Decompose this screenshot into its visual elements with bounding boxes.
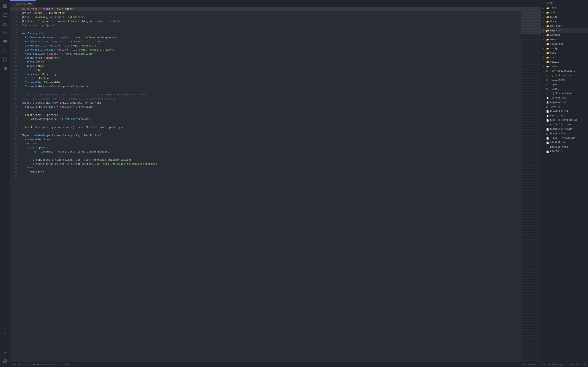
file-encoding-item[interactable]: UTF-8	[539, 364, 545, 366]
code-line[interactable]: 26	[10, 109, 521, 113]
code-line[interactable]: 25 module.exports.Task = require '../src…	[10, 105, 521, 109]
sidebar-file-item[interactable]: ⬡atom.sh	[541, 105, 588, 109]
code-line[interactable]: 21	[10, 89, 521, 93]
code-line[interactable]: 40 """	[10, 166, 521, 170]
code-line[interactable]: 29	[10, 121, 521, 125]
line-ending-item[interactable]: LF	[523, 364, 526, 366]
activity-bar-pull[interactable]	[1, 339, 9, 347]
sidebar-dir-item[interactable]: ▶📁resources	[541, 42, 588, 46]
code-line[interactable]: 42	[10, 174, 521, 178]
sidebar-file-item[interactable]: ⬡.gitignore	[541, 78, 588, 82]
notification-count-item[interactable]: ⚠ 90	[581, 363, 586, 366]
activity-bar-push[interactable]	[1, 330, 9, 338]
cursor-position-item[interactable]: 1:1	[71, 364, 75, 366]
code-line[interactable]: 28 | atom.workspace.buildTextEditor(para…	[10, 117, 521, 121]
sidebar-file-item[interactable]: 📄LICENSE.md	[541, 141, 588, 145]
code-line[interactable]: 22# The following classes can't be used …	[10, 93, 521, 97]
code-line[interactable]: 5Grim = require 'grim'	[10, 24, 521, 27]
activity-bar-download[interactable]	[1, 20, 9, 28]
activity-bar-settings[interactable]	[1, 357, 9, 365]
sidebar-file-item[interactable]: ⬡.python-version	[541, 91, 588, 96]
dir-icon: 📁	[546, 38, 549, 41]
code-line[interactable]: 30 TextEditor.prototype = require('../sr…	[10, 125, 521, 129]
sidebar-dir-item[interactable]: ▼📂exports	[541, 28, 588, 33]
activity-bar-preview[interactable]	[1, 55, 9, 64]
git-branch-item[interactable]: ⎇ master	[567, 363, 579, 366]
sidebar-file-item[interactable]: 📄CODE_OF_CONDUCT.md	[541, 118, 588, 123]
code-line[interactable]: 32Object.defineProperty module.exports, …	[10, 133, 521, 138]
project-count-item[interactable]: Project 0	[12, 364, 24, 366]
activity-bar-split[interactable]	[1, 47, 9, 55]
activity-bar-packages2[interactable]	[1, 348, 9, 356]
code-line[interactable]: 37	[10, 154, 521, 158]
code-line[interactable]: 1textBuffer = require 'text-buffer'	[10, 7, 521, 11]
code-area[interactable]: 1textBuffer = require 'text-buffer'2{Poi…	[10, 7, 521, 362]
activity-bar-explorer[interactable]	[1, 2, 9, 10]
sidebar-dir-item[interactable]: ▶📁static	[541, 60, 588, 64]
code-line[interactable]: 3{File, Directory} = require 'pathwatche…	[10, 15, 521, 19]
sidebar-file-item[interactable]: {}package.json	[541, 145, 588, 150]
sidebar-file-item[interactable]: 📋appveyor.yml	[541, 100, 588, 105]
sidebar-dir-item[interactable]: ▶📁vendor	[541, 64, 588, 69]
sidebar-dir-item[interactable]: ▶📁spec	[541, 51, 588, 55]
sidebar-dir-item[interactable]: ▶📁dot-atom	[541, 24, 588, 28]
code-line[interactable]: 33 enumerable: true	[10, 138, 521, 142]
code-line[interactable]: 4{Emitter, Disposable, CompositeDisposab…	[10, 19, 521, 24]
sidebar-dir-item[interactable]: ▶📁keymaps	[541, 33, 588, 37]
sidebar-file-item[interactable]: 📋circle.yml	[541, 114, 588, 118]
code-line[interactable]: 9 BufferedProcess: require '../src/buffe…	[10, 40, 521, 44]
sidebar-file-item[interactable]: 📄CHANGELOG.md	[541, 109, 588, 114]
code-line[interactable]: 8 BufferedNodeProcess: require '../src/b…	[10, 36, 521, 40]
code-line[interactable]: 24unless process.env.ATOM_SHELL_INTERNAL…	[10, 101, 521, 105]
code-line[interactable]: 27 TextEditor = (params) ->	[10, 113, 521, 117]
sidebar-file-item[interactable]: ⬡Dockerfile	[541, 132, 588, 136]
sidebar-file-item[interactable]: 📄README.md	[541, 150, 588, 154]
sidebar-file-item[interactable]: ⬡.coffeelintignore	[541, 69, 588, 73]
sidebar-file-item[interactable]: 📋.travis.yml	[541, 96, 588, 100]
code-line[interactable]: 10 GitRepository: require '../src/git-re…	[10, 44, 521, 48]
code-line[interactable]: 39 To check if an object is a text edito…	[10, 162, 521, 166]
encoding-item[interactable]: Normal	[528, 364, 536, 366]
code-line[interactable]: 12 Notification: require '../src/notific…	[10, 52, 521, 56]
code-line[interactable]: 6	[10, 27, 521, 32]
sidebar-file-item[interactable]: ⬡.npmrc	[541, 82, 588, 87]
code-line[interactable]: 38 To construct a text editor, use `atom…	[10, 158, 521, 162]
sidebar-dir-item[interactable]: ▶📁.git	[541, 6, 588, 10]
language-item[interactable]: CoffeeScript	[548, 364, 564, 366]
code-line[interactable]: 20 CompositeDisposable: CompositeDisposa…	[10, 85, 521, 89]
code-line[interactable]: 31	[10, 129, 521, 133]
code-line[interactable]: 23# only be exported when not running as…	[10, 97, 521, 101]
code-line[interactable]: 7module.exports =	[10, 32, 521, 36]
code-line[interactable]: 17 Directory: Directory	[10, 72, 521, 76]
sidebar-file-item[interactable]: 📄ISSUE_TEMPLATE.md	[541, 136, 588, 141]
code-line[interactable]: 18 Emitter: Emitter	[10, 76, 521, 81]
code-line[interactable]: 36 The `TextEditor` constructor is no lo…	[10, 150, 521, 154]
sidebar-dir-item[interactable]: ▶📁menus	[541, 37, 588, 42]
code-line[interactable]: 34 get: ->	[10, 142, 521, 146]
code-line[interactable]: 11 GitRepositoryAsync: require '../src/g…	[10, 48, 521, 52]
code-line[interactable]: 2{Point, Range} = TextBuffer	[10, 11, 521, 15]
sidebar-file-item[interactable]: ⬡.gitattributes	[541, 73, 588, 78]
code-line[interactable]: 41 TextEditor	[10, 170, 521, 174]
code-line[interactable]: 13 TextBuffer: TextBuffer	[10, 56, 521, 60]
file-path-item[interactable]: exports/atom.coffee	[43, 364, 69, 366]
activity-bar-files[interactable]	[1, 11, 9, 19]
activity-bar-list[interactable]	[1, 64, 9, 73]
activity-bar-find[interactable]	[1, 29, 9, 37]
code-line[interactable]: 15 Range: Range	[10, 64, 521, 68]
sidebar-file-item[interactable]: ⬡.pairs	[541, 87, 588, 91]
sidebar-dir-item[interactable]: ▶📁script	[541, 46, 588, 51]
sidebar-dir-item[interactable]: ▶📁build	[541, 15, 588, 19]
tab-atom-coffee[interactable]: ☕ atom.coffee	[10, 0, 36, 7]
no-issues-item[interactable]: ✓ No Issues	[26, 363, 41, 366]
activity-bar-packages[interactable]	[1, 38, 9, 46]
sidebar-dir-item[interactable]: ▶📁apm	[541, 10, 588, 15]
sidebar-file-item[interactable]: {}coffeelint.json	[541, 123, 588, 127]
sidebar-dir-item[interactable]: ▶📁docs	[541, 19, 588, 24]
code-line[interactable]: 35 Grim.deprecate """	[10, 146, 521, 150]
code-line[interactable]: 19 Disposable: Disposable	[10, 81, 521, 85]
code-line[interactable]: 16 File: File	[10, 68, 521, 72]
sidebar-dir-item[interactable]: ▶📁src	[541, 55, 588, 60]
sidebar-file-item[interactable]: 📄CONTRIBUTING.md	[541, 127, 588, 132]
code-line[interactable]: 14 Point: Point	[10, 60, 521, 64]
